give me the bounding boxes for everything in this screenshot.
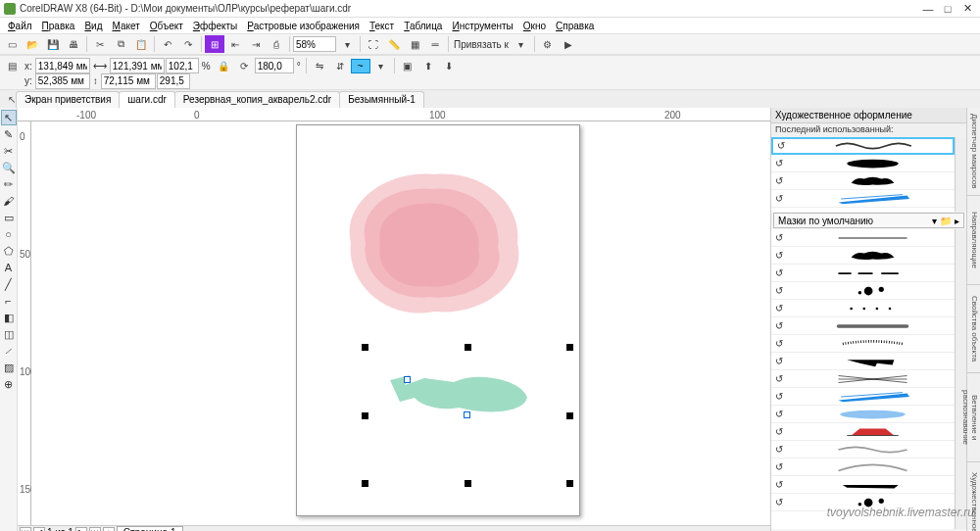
default-scrollbar[interactable]	[955, 229, 966, 529]
undo-button[interactable]: ↶	[158, 35, 177, 53]
pick-tool-icon[interactable]: ↖	[2, 90, 22, 108]
menu-вид[interactable]: Вид	[80, 21, 106, 31]
selection-center-marker[interactable]	[464, 411, 470, 418]
menu-справка[interactable]: Справка	[552, 21, 598, 31]
ruler-horizontal[interactable]: -1000100200	[18, 108, 770, 121]
minimize-button[interactable]: —	[919, 2, 937, 16]
handle-sw[interactable]	[362, 480, 368, 487]
guidelines-button[interactable]: ═	[425, 35, 445, 53]
cut-button[interactable]: ✂	[90, 35, 110, 53]
x-input[interactable]	[35, 58, 90, 73]
brush-item[interactable]: ↺	[771, 265, 955, 282]
scalex-input[interactable]	[166, 58, 199, 73]
order-back-button[interactable]: ⬇	[439, 57, 459, 74]
mirror-h-button[interactable]: ⇋	[310, 57, 329, 74]
parallel-dim-tool[interactable]: ╱	[1, 276, 17, 292]
launch-button[interactable]: ▶	[559, 35, 578, 53]
recent-scrollbar[interactable]	[955, 137, 966, 212]
smart-fill-tool[interactable]: ⊕	[1, 376, 17, 392]
brush-item[interactable]: ↺	[771, 137, 955, 155]
rotation-input[interactable]	[255, 58, 294, 73]
menu-инструменты[interactable]: Инструменты	[448, 21, 516, 31]
handle-nw[interactable]	[362, 344, 368, 351]
wrap-text-button[interactable]: ▣	[398, 57, 417, 74]
handle-w[interactable]	[362, 412, 368, 419]
brush-item[interactable]: ↺	[771, 300, 955, 317]
brush-item[interactable]: ↺	[771, 247, 955, 265]
paste-button[interactable]: 📋	[131, 35, 151, 53]
page-prev-button[interactable]: ◀	[33, 527, 45, 532]
lock-ratio-button[interactable]: 🔒	[214, 57, 233, 74]
order-front-button[interactable]: ⬆	[418, 57, 438, 74]
brush-item[interactable]: ↺	[771, 353, 955, 370]
print-button[interactable]: 🖶	[64, 35, 83, 53]
brush-stroke-indicator[interactable]: ~	[351, 59, 370, 73]
h-input[interactable]	[101, 73, 156, 89]
redo-button[interactable]: ↷	[178, 35, 198, 53]
page-add-button[interactable]: +	[103, 527, 115, 532]
scaley-input[interactable]	[157, 73, 190, 89]
freehand-tool[interactable]: ✏	[1, 176, 17, 192]
drop-shadow-tool[interactable]: ◧	[1, 310, 17, 325]
menu-файл[interactable]: Файл	[4, 21, 36, 31]
side-tab[interactable]: Свойства объекта	[967, 285, 980, 373]
y-input[interactable]	[35, 73, 90, 89]
snap-dropdown[interactable]: ▾	[512, 35, 531, 53]
brush-item[interactable]: ↺	[771, 172, 955, 190]
handle-s[interactable]	[465, 480, 471, 487]
stroke-dropdown[interactable]: ▾	[371, 57, 391, 74]
document-tab[interactable]: шаги.cdr	[119, 91, 175, 108]
mirror-v-button[interactable]: ⇵	[330, 57, 350, 74]
brush-item[interactable]: ↺	[771, 229, 955, 247]
page-tab[interactable]: Страница 1	[117, 526, 183, 531]
close-button[interactable]: ✕	[958, 2, 976, 16]
brush-item[interactable]: ↺	[771, 335, 955, 353]
side-tab[interactable]: Ветвление и распознавание	[967, 373, 980, 461]
brush-category-dropdown[interactable]: Мазки по умолчанию▾ 📁 ▸	[773, 213, 964, 228]
document-tab[interactable]: Безымянный-1	[339, 91, 424, 108]
brush-item[interactable]: ↺	[771, 406, 955, 423]
menu-окно[interactable]: Окно	[519, 21, 550, 31]
ellipse-tool[interactable]: ○	[1, 226, 17, 242]
save-button[interactable]: 💾	[43, 35, 63, 53]
w-input[interactable]	[110, 58, 165, 73]
brush-item[interactable]: ↺	[771, 155, 955, 172]
presets-button[interactable]: ▤	[2, 57, 22, 74]
transparency-tool[interactable]: ◫	[1, 326, 17, 342]
side-tab[interactable]: Диспетчер макросов	[967, 108, 980, 196]
document-tab[interactable]: Резервная_копия_акварель2.cdr	[174, 91, 340, 108]
new-button[interactable]: ▭	[2, 35, 22, 53]
interactive-fill-tool[interactable]: ▨	[1, 360, 17, 375]
side-tab[interactable]: Направляющие	[967, 196, 980, 284]
color-eyedropper-tool[interactable]: ⟋	[1, 343, 17, 359]
artistic-media-tool[interactable]: 🖌	[1, 193, 17, 209]
zoom-tool[interactable]: 🔍	[1, 160, 17, 175]
page-last-button[interactable]: ⏭	[89, 527, 101, 532]
handle-n[interactable]	[465, 344, 471, 351]
menu-таблица[interactable]: Таблица	[400, 21, 446, 31]
import-button[interactable]: ⇤	[225, 35, 245, 53]
docker-title[interactable]: Художественное оформление	[771, 108, 966, 123]
handle-e[interactable]	[566, 412, 573, 419]
ruler-vertical[interactable]: 050100150	[18, 121, 31, 525]
page-first-button[interactable]: ⏮	[20, 527, 31, 532]
handle-se[interactable]	[566, 480, 573, 487]
menu-текст[interactable]: Текст	[366, 21, 398, 31]
pick-tool[interactable]: ↖	[1, 110, 17, 125]
brush-item[interactable]: ↺	[771, 441, 955, 459]
zoom-dropdown[interactable]: ▾	[337, 35, 357, 53]
brush-item[interactable]: ↺	[771, 459, 955, 476]
brush-item[interactable]: ↺	[771, 190, 955, 208]
polygon-tool[interactable]: ⬠	[1, 243, 17, 259]
pink-watercolor-object[interactable]	[336, 165, 532, 321]
options-button[interactable]: ⚙	[538, 35, 558, 53]
grid-button[interactable]: ▦	[405, 35, 424, 53]
canvas-viewport[interactable]	[31, 121, 770, 525]
maximize-button[interactable]: □	[939, 2, 956, 16]
fullscreen-button[interactable]: ⛶	[364, 35, 383, 53]
brush-item[interactable]: ↺	[771, 423, 955, 441]
handle-ne[interactable]	[566, 344, 573, 351]
brush-item[interactable]: ↺	[771, 476, 955, 494]
zoom-input[interactable]	[293, 36, 336, 52]
rotation-marker[interactable]	[404, 376, 411, 383]
